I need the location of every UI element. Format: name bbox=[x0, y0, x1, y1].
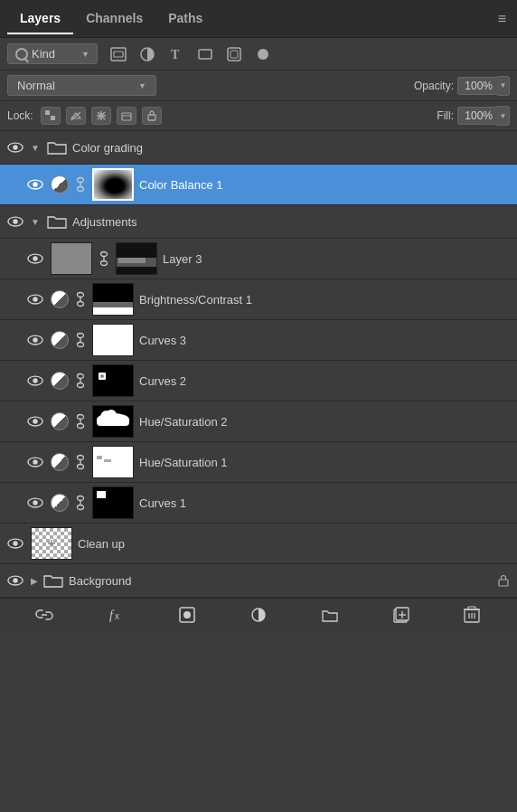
fill-input-group: 100% ▼ bbox=[457, 106, 510, 126]
visibility-curves-2[interactable] bbox=[25, 371, 45, 391]
svg-point-55 bbox=[33, 459, 37, 464]
blend-dropdown-arrow: ▼ bbox=[138, 81, 146, 90]
lock-artboard-btn[interactable] bbox=[117, 107, 136, 125]
bottom-toolbar: f x bbox=[0, 598, 517, 631]
tab-paths[interactable]: Paths bbox=[155, 4, 215, 34]
visibility-brightness-contrast-1[interactable] bbox=[25, 289, 45, 309]
thumb-brightness-contrast-1 bbox=[92, 283, 134, 316]
layer-row-hue-saturation-1[interactable]: Hue/Saturation 1 bbox=[0, 442, 517, 483]
visibility-curves-3[interactable] bbox=[25, 330, 45, 350]
lock-all-btn[interactable] bbox=[142, 107, 162, 125]
layer-row-adjustments-group[interactable]: ▼ Adjustments bbox=[0, 205, 517, 239]
tabs-list: Layers Channels Paths bbox=[7, 4, 215, 34]
thumb-curves-3 bbox=[92, 324, 134, 356]
layer-name-adjustments: Adjustments bbox=[72, 215, 510, 229]
thumb-hue-saturation-2 bbox=[92, 405, 134, 438]
layer-row-background-group[interactable]: ▶ Background bbox=[0, 564, 517, 598]
collapse-arrow-color-grading[interactable]: ▼ bbox=[31, 143, 42, 153]
fill-input[interactable]: 100% bbox=[457, 107, 497, 125]
chain-curves-2[interactable] bbox=[74, 372, 87, 390]
layer-row-layer-3[interactable]: Layer 3 bbox=[0, 239, 517, 279]
svg-point-42 bbox=[78, 343, 84, 347]
svg-point-45 bbox=[33, 378, 37, 382]
chain-brightness-contrast-1[interactable] bbox=[74, 290, 87, 308]
kind-dropdown[interactable]: Kind ▼ bbox=[7, 43, 98, 64]
chain-hue-saturation-1[interactable] bbox=[74, 453, 87, 471]
svg-point-50 bbox=[33, 419, 37, 423]
lock-label: Lock: bbox=[7, 109, 33, 122]
folder-icon-color-grading bbox=[47, 139, 67, 156]
chain-hue-saturation-2[interactable] bbox=[74, 412, 87, 430]
thumb-curves-2 bbox=[92, 364, 134, 397]
svg-point-7 bbox=[258, 49, 268, 60]
tab-channels[interactable]: Channels bbox=[73, 4, 155, 34]
chain-curves-1[interactable] bbox=[74, 494, 87, 512]
panel-menu-icon[interactable]: ≡ bbox=[494, 7, 510, 31]
visibility-hue-saturation-2[interactable] bbox=[25, 411, 45, 431]
visibility-color-grading[interactable] bbox=[5, 137, 25, 157]
visibility-color-balance-1[interactable] bbox=[25, 175, 45, 194]
adjustment-filter-icon[interactable] bbox=[137, 46, 157, 62]
adjustment-btn[interactable] bbox=[248, 604, 269, 626]
folder-icon-adjustments bbox=[47, 213, 67, 230]
svg-point-52 bbox=[78, 424, 84, 429]
svg-point-32 bbox=[101, 261, 108, 266]
svg-rect-5 bbox=[228, 48, 240, 61]
layer-name-curves-2: Curves 2 bbox=[139, 374, 510, 388]
layer-row-color-grading-group[interactable]: ▼ Color grading bbox=[0, 131, 517, 165]
svg-point-24 bbox=[78, 178, 84, 183]
adj-icon-color-balance-1 bbox=[51, 175, 69, 194]
collapse-arrow-background[interactable]: ▶ bbox=[31, 576, 38, 586]
visibility-curves-1[interactable] bbox=[25, 493, 45, 513]
layer-row-clean-up[interactable]: Clean up bbox=[0, 524, 517, 564]
adj-icon-curves-2 bbox=[51, 372, 69, 390]
layer-row-curves-1[interactable]: Curves 1 bbox=[0, 483, 517, 524]
svg-point-35 bbox=[33, 297, 37, 301]
adj-icon-curves-3 bbox=[51, 331, 69, 349]
tab-layers[interactable]: Layers bbox=[7, 4, 73, 34]
extra-filter-icon[interactable] bbox=[253, 46, 273, 62]
new-layer-btn[interactable] bbox=[390, 604, 412, 626]
pixel-filter-icon[interactable] bbox=[108, 46, 128, 62]
chain-curves-3[interactable] bbox=[74, 331, 87, 349]
new-group-btn[interactable] bbox=[319, 604, 341, 626]
visibility-hue-saturation-1[interactable] bbox=[25, 452, 45, 472]
smart-filter-icon[interactable] bbox=[224, 46, 244, 62]
lock-image-btn[interactable] bbox=[66, 107, 86, 125]
chain-color-balance-1[interactable] bbox=[74, 175, 87, 194]
svg-rect-8 bbox=[45, 110, 50, 115]
visibility-clean-up[interactable] bbox=[5, 533, 25, 553]
opacity-arrow-btn[interactable]: ▼ bbox=[497, 76, 510, 96]
mask-btn[interactable] bbox=[176, 604, 198, 626]
delete-layer-btn[interactable] bbox=[461, 604, 483, 626]
fill-arrow-btn[interactable]: ▼ bbox=[497, 106, 510, 126]
layer-row-color-balance-1[interactable]: Color Balance 1 bbox=[0, 165, 517, 205]
fx-btn[interactable]: f x bbox=[105, 604, 127, 626]
blend-mode-dropdown[interactable]: Normal ▼ bbox=[7, 75, 156, 96]
layer-row-curves-2[interactable]: Curves 2 bbox=[0, 361, 517, 401]
layer-row-hue-saturation-2[interactable]: Hue/Saturation 2 bbox=[0, 401, 517, 442]
lock-transparent-btn[interactable] bbox=[41, 107, 61, 125]
opacity-input[interactable]: 100% bbox=[457, 77, 497, 95]
collapse-arrow-adjustments[interactable]: ▼ bbox=[31, 217, 42, 227]
shape-filter-icon[interactable] bbox=[195, 46, 215, 62]
svg-rect-11 bbox=[51, 110, 55, 115]
svg-text:T: T bbox=[171, 48, 180, 61]
visibility-layer-3[interactable] bbox=[25, 249, 45, 269]
lock-icon-background bbox=[497, 573, 510, 588]
layer-name-background: Background bbox=[69, 574, 492, 588]
thumb-hue-saturation-1 bbox=[92, 446, 134, 478]
visibility-adjustments[interactable] bbox=[5, 212, 25, 231]
chain-layer-3[interactable] bbox=[98, 250, 110, 268]
svg-point-60 bbox=[33, 500, 37, 505]
layer-row-brightness-contrast-1[interactable]: Brightness/Contrast 1 bbox=[0, 279, 517, 320]
visibility-background[interactable] bbox=[5, 571, 25, 590]
svg-point-62 bbox=[78, 505, 84, 510]
layer-row-curves-3[interactable]: Curves 3 bbox=[0, 320, 517, 361]
svg-rect-6 bbox=[230, 51, 238, 58]
svg-point-51 bbox=[78, 415, 84, 420]
svg-text:x: x bbox=[115, 611, 119, 621]
type-filter-icon[interactable]: T bbox=[166, 46, 186, 62]
lock-position-btn[interactable] bbox=[91, 107, 111, 125]
link-layers-btn[interactable] bbox=[33, 604, 55, 626]
